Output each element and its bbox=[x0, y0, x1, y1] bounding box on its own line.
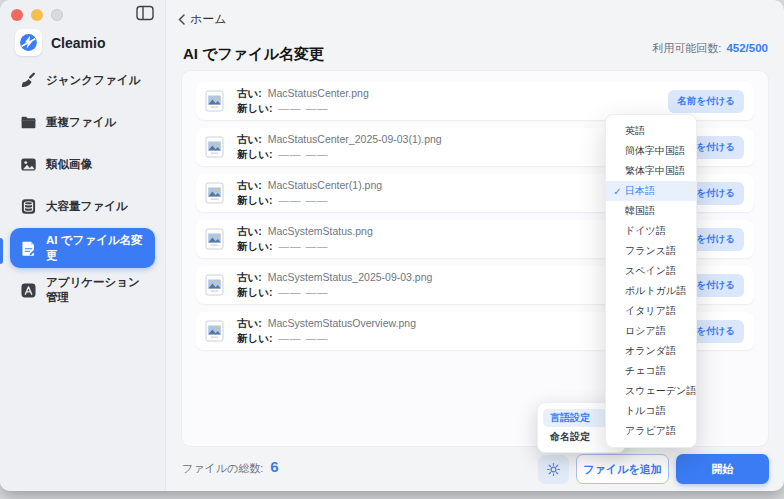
old-file-name: MacStatusCenter_2025-09-03(1).png bbox=[268, 133, 442, 145]
usage-counter: 利用可能回数: 452/500 bbox=[652, 41, 768, 56]
language-label: ドイツ語 bbox=[625, 224, 666, 238]
sidebar-item-icon bbox=[19, 113, 37, 131]
language-menu-item[interactable]: ✓ ポルトガル語 bbox=[606, 281, 696, 301]
sidebar-item-label: AI でファイル名変更 bbox=[46, 233, 146, 263]
sidebar-item-label: 大容量ファイル bbox=[46, 199, 128, 214]
language-menu-item[interactable]: ✓ 簡体字中国語 bbox=[606, 141, 696, 161]
close-window-button[interactable] bbox=[11, 9, 23, 21]
app-name: Cleamio bbox=[51, 35, 105, 51]
sidebar-item[interactable]: 類似画像 bbox=[10, 144, 155, 184]
language-label: フランス語 bbox=[625, 244, 676, 258]
language-menu-item[interactable]: ✓ スペイン語 bbox=[606, 261, 696, 281]
old-file-name: MacSystemStatusOverview.png bbox=[268, 317, 416, 329]
usage-label: 利用可能回数: bbox=[652, 41, 721, 56]
app-logo-icon bbox=[15, 29, 42, 56]
language-menu-item[interactable]: ✓ ロシア語 bbox=[606, 321, 696, 341]
sidebar-item-icon bbox=[19, 197, 37, 215]
old-name-label: 古い: bbox=[237, 179, 262, 191]
language-label: アラビア語 bbox=[625, 424, 676, 438]
language-menu-item[interactable]: ✓ チェコ語 bbox=[606, 361, 696, 381]
new-file-name-placeholder: —— —— bbox=[279, 194, 329, 206]
new-name-label: 新しい: bbox=[237, 240, 273, 252]
file-total: ファイルの総数: 6 bbox=[182, 458, 279, 476]
checkmark-icon: ✓ bbox=[610, 186, 625, 197]
minimize-window-button[interactable] bbox=[31, 9, 43, 21]
language-menu-item[interactable]: ✓ 繁体字中国語 bbox=[606, 161, 696, 181]
new-file-name-placeholder: —— —— bbox=[279, 332, 329, 344]
language-menu-item[interactable]: ✓ 日本語 bbox=[606, 181, 696, 201]
language-menu-item[interactable]: ✓ ドイツ語 bbox=[606, 221, 696, 241]
language-label: 英語 bbox=[625, 124, 645, 138]
sidebar-item[interactable]: 重複ファイル bbox=[10, 102, 155, 142]
old-file-name: MacSystemStatus.png bbox=[268, 225, 373, 237]
sidebar: Cleamio ジャンクファイル 重複ファイル 類似画像 bbox=[0, 0, 166, 491]
image-file-icon bbox=[205, 228, 224, 250]
file-names: 古い:MacStatusCenter.png 新しい:—— —— bbox=[237, 86, 369, 116]
image-file-icon bbox=[205, 274, 224, 296]
old-file-name: MacStatusCenter(1).png bbox=[268, 179, 382, 191]
old-name-label: 古い: bbox=[237, 271, 262, 283]
file-names: 古い:MacStatusCenter(1).png 新しい:—— —— bbox=[237, 178, 382, 208]
new-file-name-placeholder: —— —— bbox=[279, 286, 329, 298]
settings-button[interactable] bbox=[538, 455, 569, 484]
new-name-label: 新しい: bbox=[237, 332, 273, 344]
back-link[interactable]: ホーム bbox=[178, 11, 227, 28]
gear-icon bbox=[545, 461, 563, 479]
sidebar-item[interactable]: アプリケーション管理 bbox=[10, 270, 155, 310]
app-window: Cleamio ジャンクファイル 重複ファイル 類似画像 bbox=[0, 0, 784, 491]
language-label: オランダ語 bbox=[625, 344, 676, 358]
add-files-button[interactable]: ファイルを追加 bbox=[576, 454, 669, 484]
language-menu-item[interactable]: ✓ イタリア語 bbox=[606, 301, 696, 321]
sidebar-item-icon bbox=[19, 71, 37, 89]
zoom-window-button bbox=[51, 9, 63, 21]
new-name-label: 新しい: bbox=[237, 102, 273, 114]
image-file-icon bbox=[205, 182, 224, 204]
back-label: ホーム bbox=[190, 11, 227, 28]
sidebar-item[interactable]: AI でファイル名変更 bbox=[10, 228, 155, 268]
file-names: 古い:MacSystemStatus.png 新しい:—— —— bbox=[237, 224, 373, 254]
file-total-label: ファイルの総数: bbox=[182, 461, 263, 476]
language-menu-item[interactable]: ✓ オランダ語 bbox=[606, 341, 696, 361]
new-name-label: 新しい: bbox=[237, 148, 273, 160]
language-menu-item[interactable]: ✓ トルコ語 bbox=[606, 401, 696, 421]
file-total-value: 6 bbox=[270, 458, 278, 475]
language-label: チェコ語 bbox=[625, 364, 666, 378]
start-button[interactable]: 開始 bbox=[676, 454, 769, 484]
sidebar-toggle-icon[interactable] bbox=[136, 5, 154, 21]
new-file-name-placeholder: —— —— bbox=[279, 102, 329, 114]
sidebar-item-icon bbox=[19, 239, 37, 257]
sidebar-item-label: ジャンクファイル bbox=[46, 73, 140, 88]
sidebar-item-label: アプリケーション管理 bbox=[46, 275, 146, 305]
brand: Cleamio bbox=[15, 29, 105, 56]
new-name-label: 新しい: bbox=[237, 194, 273, 206]
sidebar-item-label: 類似画像 bbox=[46, 157, 92, 172]
old-file-name: MacSystemStatus_2025-09-03.png bbox=[268, 271, 433, 283]
language-label: イタリア語 bbox=[625, 304, 676, 318]
sidebar-item[interactable]: ジャンクファイル bbox=[10, 60, 155, 100]
language-label: 簡体字中国語 bbox=[625, 144, 685, 158]
page-title: AI でファイル名変更 bbox=[183, 45, 324, 64]
file-names: 古い:MacSystemStatus_2025-09-03.png 新しい:——… bbox=[237, 270, 432, 300]
language-menu-item[interactable]: ✓ 英語 bbox=[606, 121, 696, 141]
language-label: ポルトガル語 bbox=[625, 284, 686, 298]
language-label: 韓国語 bbox=[625, 204, 655, 218]
sidebar-item-label: 重複ファイル bbox=[46, 115, 116, 130]
settings-item-label: 命名設定 bbox=[550, 430, 590, 444]
language-label: スウェーデン語 bbox=[625, 384, 696, 398]
old-name-label: 古い: bbox=[237, 87, 262, 99]
sidebar-item-icon bbox=[19, 155, 37, 173]
sidebar-nav: ジャンクファイル 重複ファイル 類似画像 大容量ファイル bbox=[10, 60, 155, 312]
settings-item-label: 言語設定 bbox=[550, 411, 590, 425]
new-file-name-placeholder: —— —— bbox=[279, 240, 329, 252]
rename-button[interactable]: 名前を付ける bbox=[668, 90, 744, 113]
back-chevron-icon bbox=[178, 14, 185, 25]
image-file-icon bbox=[205, 320, 224, 342]
language-menu-item[interactable]: ✓ スウェーデン語 bbox=[606, 381, 696, 401]
sidebar-item[interactable]: 大容量ファイル bbox=[10, 186, 155, 226]
language-menu-item[interactable]: ✓ 韓国語 bbox=[606, 201, 696, 221]
window-controls bbox=[11, 9, 63, 21]
new-name-label: 新しい: bbox=[237, 286, 273, 298]
usage-value: 452/500 bbox=[726, 42, 768, 54]
language-menu-item[interactable]: ✓ アラビア語 bbox=[606, 421, 696, 441]
language-menu-item[interactable]: ✓ フランス語 bbox=[606, 241, 696, 261]
